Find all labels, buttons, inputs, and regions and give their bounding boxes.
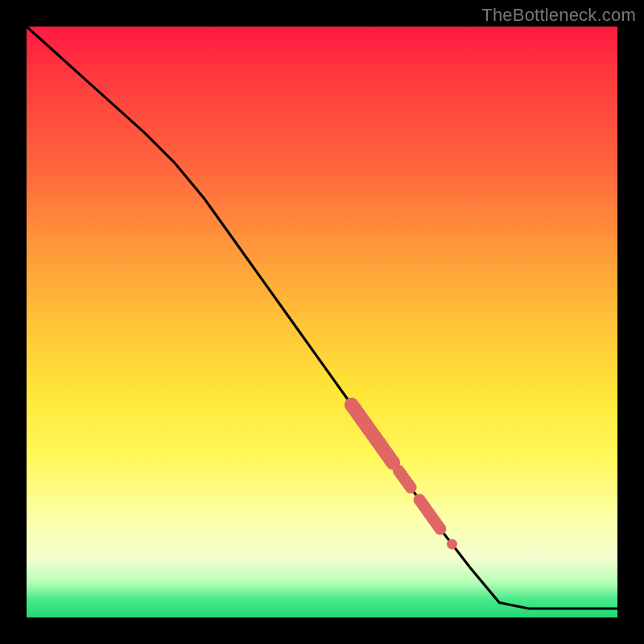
chart-frame: TheBottleneck.com [0, 0, 644, 644]
curve-line [27, 27, 617, 609]
plot-area [27, 27, 617, 617]
data-markers [345, 398, 457, 550]
data-point [434, 522, 446, 535]
chart-svg [27, 27, 617, 617]
watermark-text: TheBottleneck.com [481, 5, 636, 26]
data-point [405, 481, 417, 493]
data-point [447, 539, 457, 550]
